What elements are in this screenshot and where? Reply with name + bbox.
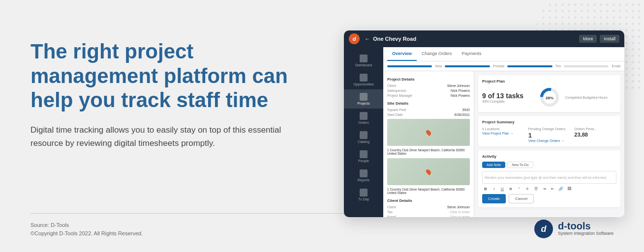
activity-input[interactable]: Mention your teammates (just type @ and …	[482, 171, 616, 184]
people-icon	[360, 150, 368, 158]
sidebar-item-projects[interactable]: Projects	[344, 89, 383, 109]
headline-line2: management platform can	[31, 64, 288, 87]
app-content: Dashboard Opportunities Projects Orders …	[344, 47, 624, 217]
client-details-title: Client Details	[387, 198, 470, 203]
orders-value: 23,88	[574, 132, 616, 138]
app-logo: d	[349, 33, 360, 44]
copyright-line: ©Copyright D-Tools 2022. All Rights Rese…	[31, 229, 143, 238]
progress-step-tim	[507, 65, 552, 67]
progress-label-tim: Tim	[555, 64, 561, 68]
dtools-logo-text: d-tools System Integration Software	[558, 221, 613, 237]
sidebar-item-people[interactable]: People	[344, 147, 383, 166]
view-project-plan-link[interactable]: View Project Plan →	[482, 132, 524, 135]
fmt-link[interactable]: 🔗	[557, 187, 564, 191]
tasks-subtitle: 48% Complete	[482, 100, 534, 103]
fmt-underline[interactable]: U	[499, 187, 506, 191]
fmt-quote[interactable]: "	[516, 187, 522, 191]
donut-chart: 28%	[539, 86, 560, 108]
fmt-italic[interactable]: I	[491, 187, 497, 191]
tab-overview[interactable]: Overview	[387, 47, 417, 61]
sidebar-label-reports: Reports	[358, 178, 370, 182]
site-address: 1 Country Club Drive Newport Beach, Cali…	[387, 148, 470, 155]
project-title: ← One Chevy Road	[365, 36, 579, 42]
sidebar-label-people: People	[358, 159, 369, 163]
fmt-list-ol[interactable]: ☰	[532, 187, 539, 191]
install-button[interactable]: Install	[600, 35, 619, 43]
svg-text:28%: 28%	[545, 96, 553, 100]
fmt-bold[interactable]: B	[482, 187, 489, 191]
detail-salesperson: Salesperson Nick Powers	[387, 89, 470, 92]
hours-info: Completed Budgeted Hours	[565, 96, 617, 99]
topbar-actions: More Install	[579, 35, 619, 43]
create-button[interactable]: Create	[482, 194, 506, 203]
app-topbar: d ← One Chevy Road More Install	[344, 30, 624, 47]
sidebar-label-catalog: Catalog	[358, 140, 369, 143]
projects-icon	[360, 93, 368, 101]
footer-source: Source: D-Tools ©Copyright D-Tools 2022.…	[31, 221, 143, 238]
progress-label-presale: Presale	[493, 64, 505, 68]
sidebar-label-projects: Projects	[357, 102, 369, 105]
project-plan-row: 9 of 13 tasks 48% Complete 28%	[482, 86, 616, 108]
fmt-outdent[interactable]: ⇤	[549, 187, 556, 191]
sidebar-label-orders: Orders	[358, 121, 368, 124]
progress-step-new	[387, 65, 432, 67]
map-pin-billing	[425, 168, 432, 175]
progress-label-email: Email	[612, 64, 620, 68]
summary-locations: 4 Locations View Project Plan →	[482, 127, 524, 142]
locations-label: 4 Locations	[482, 127, 524, 131]
view-co-link[interactable]: View Change Orders →	[528, 139, 571, 142]
sidebar-item-opportunities[interactable]: Opportunities	[344, 70, 383, 89]
activity-actions: Create Cancel	[482, 194, 616, 203]
progress-step-presale	[445, 65, 490, 67]
pending-co-label: Pending Change Orders	[528, 127, 571, 131]
progress-step-email	[564, 65, 609, 67]
billing-address: 1 Country Club Drive Newport Beach, Cali…	[387, 188, 470, 195]
format-toolbar: B I U S " ≡ ☰ ⇥ ⇤ 🔗 🖼	[482, 187, 616, 191]
map-site	[387, 119, 470, 146]
client-detail-tax: Tax Click to enter	[387, 210, 470, 214]
tasks-info: 9 of 13 tasks 48% Complete	[482, 92, 534, 103]
headline-line1: The right project	[31, 40, 193, 63]
cancel-button[interactable]: Cancel	[509, 194, 534, 203]
tab-new-todo[interactable]: New To-Do	[507, 162, 533, 168]
sidebar-item-txday[interactable]: Tx Day	[344, 185, 383, 204]
body-text: Digital time tracking allows you to easi…	[31, 123, 286, 150]
project-plan-title: Project Plan	[482, 79, 616, 84]
client-detail-client: Client Steve Johnson	[387, 205, 470, 209]
app-sidebar: Dashboard Opportunities Projects Orders …	[344, 47, 383, 217]
project-summary-title: Project Summary	[482, 120, 616, 124]
app-main: Overview Change Orders Payments New Pres…	[383, 47, 624, 217]
more-button[interactable]: More	[579, 35, 597, 43]
site-details-title: Site Details	[387, 101, 470, 106]
detail-project-manager: Project Manager Nick Powers	[387, 94, 470, 97]
summary-orders: Orders Pend... 23,88	[574, 127, 616, 142]
tab-payments[interactable]: Payments	[457, 47, 487, 61]
sidebar-item-catalog[interactable]: Catalog	[344, 128, 383, 147]
pending-co-value: 1	[528, 132, 571, 139]
app-tabs: Overview Change Orders Payments	[383, 47, 624, 61]
fmt-image[interactable]: 🖼	[566, 187, 573, 191]
sidebar-item-dashboard[interactable]: Dashboard	[344, 51, 383, 70]
ui-mockup: d ← One Chevy Road More Install Dashboar…	[344, 30, 624, 217]
sidebar-label-dashboard: Dashboard	[355, 63, 372, 67]
headline-line3: help you track staff time	[31, 88, 268, 112]
activity-toolbar: Add Note New To-Do	[482, 162, 616, 168]
catalog-icon	[360, 131, 368, 139]
client-detail-email: Email Click to enter	[387, 215, 470, 217]
dtools-name: d-tools	[558, 221, 613, 231]
dtools-logo: d d-tools System Integration Software	[534, 220, 613, 238]
fmt-list-ul[interactable]: ≡	[524, 187, 531, 191]
fmt-indent[interactable]: ⇥	[541, 187, 548, 191]
opportunities-icon	[360, 74, 368, 82]
tab-add-note[interactable]: Add Note	[482, 162, 505, 168]
sidebar-item-orders[interactable]: Orders	[344, 109, 383, 128]
dashboard-icon	[360, 55, 368, 62]
summary-grid: 4 Locations View Project Plan → Pending …	[482, 127, 616, 142]
panel-left: Project Details Client Steve Johnson Sal…	[383, 71, 474, 217]
project-summary-card: Project Summary 4 Locations View Project…	[478, 116, 620, 146]
sidebar-label-txday: Tx Day	[358, 197, 369, 201]
fmt-strikethrough[interactable]: S	[507, 187, 514, 191]
panel-right: Project Plan 9 of 13 tasks 48% Complete	[474, 71, 624, 217]
sidebar-item-reports[interactable]: Reports	[344, 166, 383, 185]
tab-change-orders[interactable]: Change Orders	[417, 47, 457, 61]
